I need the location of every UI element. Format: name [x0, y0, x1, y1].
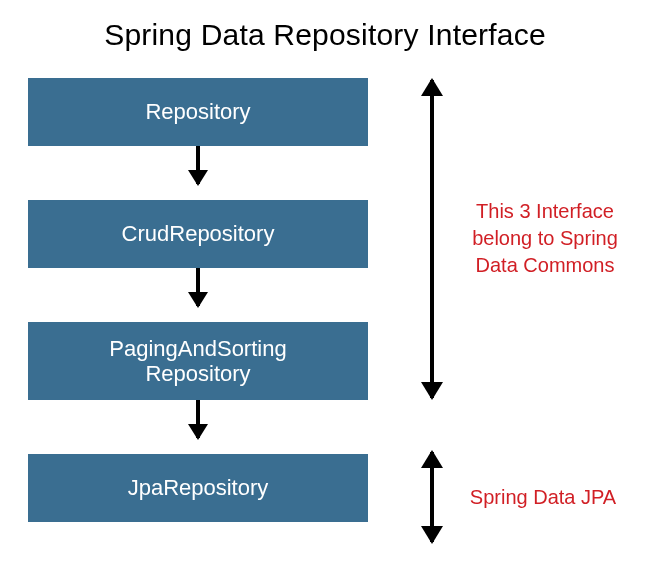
- node-paging-and-sorting-repository: PagingAndSortingRepository: [28, 322, 368, 400]
- span-arrow-jpa-icon: [430, 452, 434, 542]
- annotation-jpa: Spring Data JPA: [458, 484, 628, 511]
- arrow-down-icon: [196, 268, 200, 306]
- annotation-commons: This 3 Interfacebelong to SpringData Com…: [460, 198, 630, 279]
- node-repository: Repository: [28, 78, 368, 146]
- span-arrow-commons-icon: [430, 80, 434, 398]
- node-crud-repository: CrudRepository: [28, 200, 368, 268]
- arrow-down-icon: [196, 146, 200, 184]
- arrow-down-icon: [196, 400, 200, 438]
- node-jpa-repository: JpaRepository: [28, 454, 368, 522]
- diagram-title: Spring Data Repository Interface: [0, 18, 650, 52]
